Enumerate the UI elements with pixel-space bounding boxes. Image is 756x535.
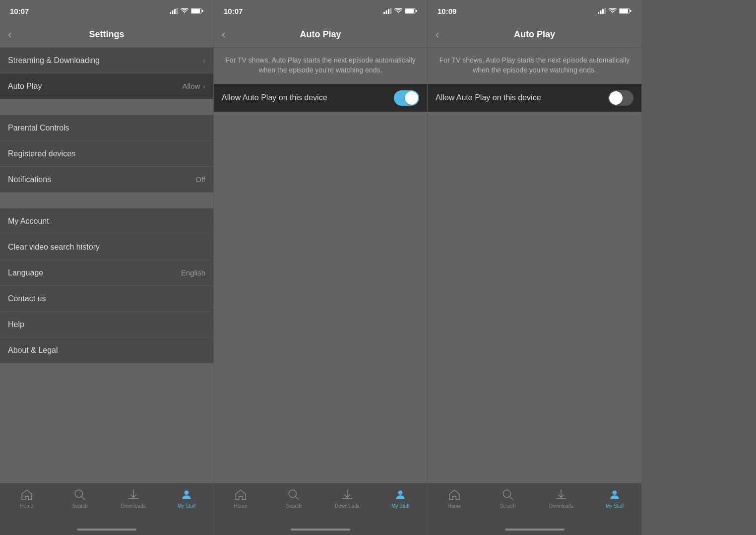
svg-rect-11 [386, 10, 387, 14]
help-item[interactable]: Help [0, 312, 213, 337]
battery-icon-2 [405, 8, 417, 14]
about-item[interactable]: About & Legal [0, 337, 213, 363]
status-icons-2 [383, 8, 417, 14]
tab-downloads-3[interactable]: Downloads [535, 488, 588, 509]
parental-label: Parental Controls [8, 124, 69, 133]
tab-search-2[interactable]: Search [267, 488, 321, 509]
spacer-3 [428, 112, 641, 483]
svg-line-8 [82, 497, 85, 500]
toggle-label-on: Allow Auto Play on this device [222, 93, 327, 102]
autoplay-description: For TV shows, Auto Play starts the next … [214, 48, 427, 83]
my-account-item[interactable]: My Account [0, 208, 213, 234]
toggle-row-on: Allow Auto Play on this device [214, 84, 427, 112]
status-bar-3: 10:09 [428, 0, 641, 22]
autoplay-toggle-on[interactable] [394, 90, 419, 106]
status-time: 10:07 [10, 7, 29, 15]
tab-bar-2: Home Search Downloads My Stuff [214, 483, 427, 524]
notifications-value: Off [195, 175, 205, 184]
settings-section-3: My Account Clear video search history La… [0, 208, 213, 363]
svg-line-18 [296, 497, 299, 500]
home-bar-3 [505, 529, 565, 531]
svg-rect-26 [630, 10, 631, 12]
section-divider-1 [0, 99, 213, 115]
battery-icon-3 [619, 8, 631, 14]
tab-search[interactable]: Search [54, 488, 107, 509]
clear-history-label: Clear video search history [8, 243, 100, 252]
tab-downloads-label-2: Downloads [335, 503, 359, 509]
registered-devices-label: Registered devices [8, 149, 75, 158]
battery-icon [191, 8, 203, 14]
tab-mystuff-3[interactable]: My Stuff [588, 488, 641, 509]
nav-title: Settings [89, 29, 124, 40]
autoplay-toggle-off[interactable] [608, 90, 633, 106]
wifi-icon-3 [609, 8, 617, 14]
toggle-knob-off [609, 91, 623, 105]
tab-mystuff-2[interactable]: My Stuff [374, 488, 428, 509]
svg-rect-25 [620, 9, 628, 13]
svg-rect-12 [388, 9, 389, 14]
notifications-label: Notifications [8, 175, 51, 184]
settings-panel: 10:07 ‹ Settings [0, 0, 214, 535]
svg-rect-22 [602, 9, 604, 14]
wifi-icon-2 [394, 8, 402, 14]
settings-section-2: Parental Controls Registered devices Not… [0, 115, 213, 193]
notifications-item[interactable]: Notifications Off [0, 167, 213, 193]
section-divider-2 [0, 193, 213, 208]
tab-bar: Home Search Downloads My Stuff [0, 483, 213, 524]
language-right: English [181, 268, 205, 277]
tab-home[interactable]: Home [0, 488, 54, 509]
search-icon [73, 488, 86, 501]
autoplay-label: Auto Play [8, 82, 42, 91]
streaming-label: Streaming & Downloading [8, 56, 100, 65]
chevron-icon: › [203, 57, 205, 65]
person-icon [180, 488, 193, 501]
svg-rect-20 [598, 12, 599, 14]
chevron-icon-2: › [203, 82, 205, 90]
autoplay-description-3: For TV shows, Auto Play starts the next … [428, 48, 641, 83]
tab-mystuff[interactable]: My Stuff [160, 488, 214, 509]
registered-devices-item[interactable]: Registered devices [0, 141, 213, 167]
autoplay-item[interactable]: Auto Play Allow › [0, 73, 213, 99]
signal-icon-3 [598, 8, 606, 14]
status-icons [170, 8, 203, 14]
tab-home-label-2: Home [234, 503, 247, 509]
home-bar-2 [291, 529, 350, 531]
autoplay-on-panel: 10:07 ‹ Auto Play [214, 0, 428, 535]
svg-rect-15 [405, 9, 414, 13]
autoplay-desc-text: For TV shows, Auto Play starts the next … [225, 56, 415, 74]
tab-search-3[interactable]: Search [481, 488, 535, 509]
tab-home-label-3: Home [448, 503, 461, 509]
notifications-right: Off [195, 175, 205, 184]
svg-point-17 [289, 490, 297, 497]
tab-downloads[interactable]: Downloads [107, 488, 160, 509]
language-label: Language [8, 268, 43, 277]
back-button[interactable]: ‹ [8, 28, 11, 41]
autoplay-right: Allow › [182, 82, 205, 90]
download-icon [127, 488, 140, 501]
back-button-2[interactable]: ‹ [222, 28, 225, 41]
tab-home-3[interactable]: Home [428, 488, 481, 509]
parental-item[interactable]: Parental Controls [0, 115, 213, 141]
back-button-3[interactable]: ‹ [436, 28, 439, 41]
settings-section-1: Streaming & Downloading › Auto Play Allo… [0, 48, 213, 99]
svg-point-27 [503, 490, 510, 497]
signal-icon [170, 8, 178, 14]
settings-list: Streaming & Downloading › Auto Play Allo… [0, 48, 213, 483]
svg-rect-1 [172, 10, 174, 14]
tab-mystuff-label: My Stuff [178, 503, 196, 509]
home-indicator-3 [428, 524, 641, 535]
language-value: English [181, 268, 205, 277]
tab-search-label-2: Search [286, 503, 302, 509]
tab-downloads-2[interactable]: Downloads [320, 488, 374, 509]
status-time-3: 10:09 [438, 7, 456, 15]
language-item[interactable]: Language English [0, 260, 213, 286]
svg-rect-6 [202, 10, 203, 12]
streaming-item[interactable]: Streaming & Downloading › [0, 48, 213, 73]
tab-downloads-label-3: Downloads [549, 503, 573, 509]
tab-search-label-3: Search [500, 503, 516, 509]
my-account-label: My Account [8, 217, 49, 226]
tab-home-2[interactable]: Home [214, 488, 267, 509]
contact-label: Contact us [8, 294, 46, 303]
clear-history-item[interactable]: Clear video search history [0, 234, 213, 260]
contact-item[interactable]: Contact us [0, 286, 213, 312]
